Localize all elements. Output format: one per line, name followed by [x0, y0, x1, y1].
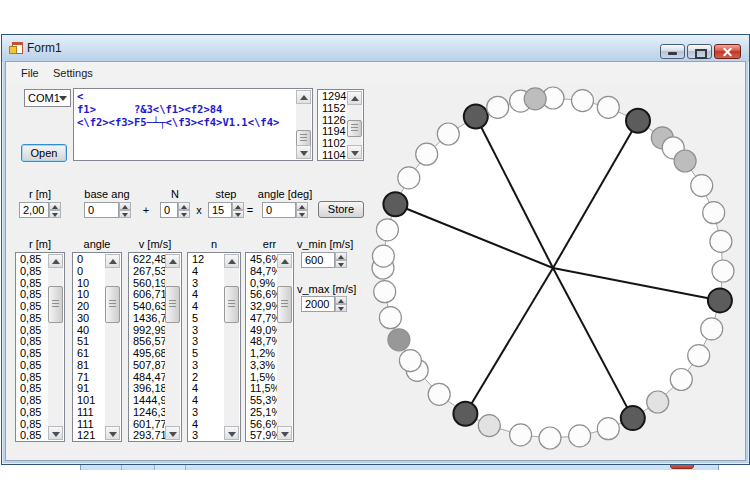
scrollbar-thumb[interactable] — [347, 120, 362, 138]
list-item[interactable]: 0,85 — [17, 266, 48, 278]
list-item[interactable]: 1246,3 — [130, 407, 165, 419]
list-item[interactable]: 293,71 — [130, 430, 165, 440]
n-listbox[interactable]: 12434453353244343 — [187, 252, 241, 442]
err-listbox[interactable]: 45,6%84,7%0,9%56,6%32,9%47,7%49,0%48,7%1… — [245, 252, 294, 442]
serial-log-textarea[interactable]: < f1> ?&3<\f1><f2>84 <\f2><f3>F5─┴┬<\f3>… — [73, 88, 313, 161]
list-item[interactable]: 1102 — [319, 138, 347, 150]
list-item[interactable]: 0,85 — [17, 313, 48, 325]
list-item[interactable]: 101 — [74, 395, 105, 407]
err-scrollbar[interactable] — [277, 254, 292, 440]
velocity-listbox[interactable]: 622,48267,53560,19606,71540,631436,7992,… — [128, 252, 182, 442]
list-item[interactable]: 267,53 — [130, 266, 165, 278]
list-item[interactable]: 0,85 — [17, 407, 48, 419]
step-down-button[interactable] — [119, 210, 131, 218]
step-down-button[interactable] — [178, 210, 190, 218]
list-item[interactable]: 1294 — [319, 91, 347, 103]
list-item[interactable]: 57,9% — [247, 430, 277, 440]
store-button[interactable]: Store — [318, 201, 364, 218]
list-item[interactable]: 4 — [189, 266, 224, 278]
v-max-stepper[interactable]: 2000 — [301, 296, 347, 312]
r-value[interactable]: 2,00 — [19, 202, 49, 218]
list-item[interactable]: 55,3% — [247, 395, 277, 407]
scroll-down-button[interactable] — [105, 426, 120, 440]
step-down-button[interactable] — [296, 210, 308, 218]
base-angle-stepper[interactable]: 0 — [84, 202, 131, 218]
scroll-up-button[interactable] — [48, 254, 63, 268]
list-item[interactable]: 540,63 — [130, 301, 165, 313]
scroll-up-button[interactable] — [105, 254, 120, 268]
list-item[interactable]: 32,9% — [247, 301, 277, 313]
list-item[interactable]: 507,87 — [130, 360, 165, 372]
list-item[interactable]: 1436,7 — [130, 313, 165, 325]
scroll-down-button[interactable] — [277, 426, 292, 440]
step-up-button[interactable] — [232, 202, 244, 210]
step-up-button[interactable] — [335, 252, 347, 260]
raw-values-listbox[interactable]: 129411521126119411021104 — [317, 89, 364, 161]
list-item[interactable]: 0,85 — [17, 395, 48, 407]
list-item[interactable]: 5 — [189, 313, 224, 325]
angle-value[interactable]: 0 — [262, 202, 296, 218]
step-value[interactable]: 15 — [208, 202, 232, 218]
menu-item-file[interactable]: File — [14, 62, 46, 84]
step-stepper[interactable]: 15 — [208, 202, 244, 218]
list-item[interactable]: 30 — [74, 313, 105, 325]
step-down-button[interactable] — [232, 210, 244, 218]
scrollbar-thumb[interactable] — [105, 286, 120, 323]
r-scrollbar[interactable] — [48, 254, 63, 440]
serial-log-scrollbar[interactable] — [296, 90, 311, 159]
list-item[interactable]: 0 — [74, 254, 105, 266]
angle-stepper[interactable]: 0 — [262, 202, 308, 218]
title-bar[interactable]: Form1 — [2, 35, 749, 62]
scroll-up-button[interactable] — [224, 254, 239, 268]
angle-scrollbar[interactable] — [105, 254, 120, 440]
scroll-down-button[interactable] — [224, 426, 239, 440]
angle-listbox[interactable]: 0010102030405161817191101111111121 — [72, 252, 122, 442]
r-listbox[interactable]: 0,850,850,850,850,850,850,850,850,850,85… — [15, 252, 65, 442]
n-value[interactable]: 0 — [160, 202, 178, 218]
r-stepper[interactable]: 2,00 — [19, 202, 61, 218]
scroll-up-button[interactable] — [277, 254, 292, 268]
list-item[interactable]: 495,68 — [130, 348, 165, 360]
velocity-scrollbar[interactable] — [165, 254, 180, 440]
step-down-button[interactable] — [49, 210, 61, 218]
list-item[interactable]: 61 — [74, 348, 105, 360]
list-item[interactable]: 0,85 — [17, 430, 48, 440]
list-item[interactable]: 45,6% — [247, 254, 277, 266]
v-min-stepper[interactable]: 600 — [301, 252, 347, 268]
list-item[interactable]: 1104 — [319, 150, 347, 159]
list-item[interactable]: 4 — [189, 301, 224, 313]
step-up-button[interactable] — [335, 296, 347, 304]
list-item[interactable]: 81 — [74, 360, 105, 372]
step-up-button[interactable] — [178, 202, 190, 210]
list-item[interactable]: 3,3% — [247, 360, 277, 372]
list-item[interactable]: 121 — [74, 430, 105, 440]
minimize-button[interactable] — [660, 44, 685, 59]
list-item[interactable]: 0,85 — [17, 348, 48, 360]
scrollbar-thumb[interactable] — [165, 286, 180, 323]
scrollbar-thumb[interactable] — [224, 286, 239, 323]
step-down-button[interactable] — [335, 304, 347, 312]
open-button[interactable]: Open — [21, 144, 67, 162]
n-scrollbar[interactable] — [224, 254, 239, 440]
list-item[interactable]: 4 — [189, 395, 224, 407]
step-up-button[interactable] — [49, 202, 61, 210]
com-port-select[interactable]: COM1 — [24, 89, 71, 107]
step-up-button[interactable] — [296, 202, 308, 210]
list-item[interactable]: 1152 — [319, 103, 347, 115]
scroll-down-button[interactable] — [347, 145, 362, 159]
list-item[interactable]: 622,48 — [130, 254, 165, 266]
close-button[interactable] — [714, 44, 741, 59]
list-item[interactable]: 47,7% — [247, 313, 277, 325]
scrollbar-thumb[interactable] — [277, 286, 292, 323]
list-item[interactable]: 5 — [189, 348, 224, 360]
step-up-button[interactable] — [119, 202, 131, 210]
list-item[interactable]: 1,2% — [247, 348, 277, 360]
list-item[interactable]: 20 — [74, 301, 105, 313]
v-min-value[interactable]: 600 — [301, 252, 335, 268]
scroll-down-button[interactable] — [165, 426, 180, 440]
list-item[interactable]: 0,85 — [17, 360, 48, 372]
scroll-down-button[interactable] — [296, 145, 311, 159]
v-max-value[interactable]: 2000 — [301, 296, 335, 312]
maximize-button[interactable] — [687, 44, 712, 59]
list-item[interactable]: 3 — [189, 360, 224, 372]
